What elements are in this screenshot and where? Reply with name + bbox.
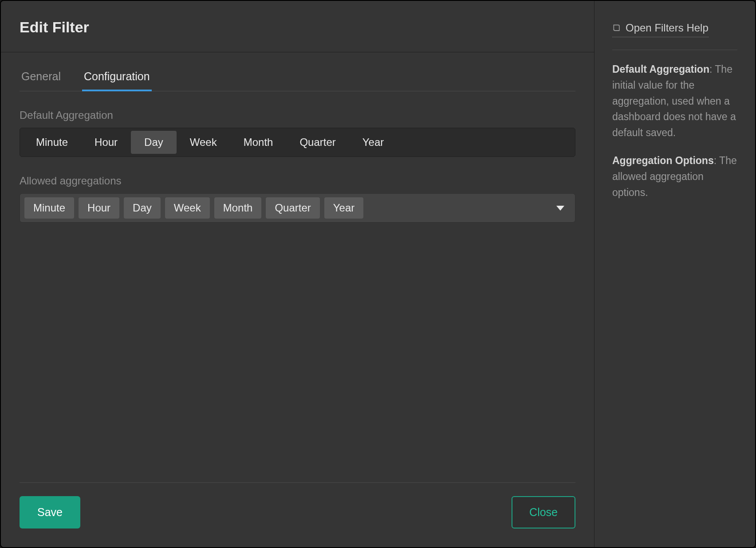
open-filters-help-link[interactable]: Open Filters Help — [612, 20, 709, 37]
dialog-title: Edit Filter — [20, 19, 575, 36]
tab-bar: GeneralConfiguration — [20, 65, 575, 91]
allowed-chip-week[interactable]: Week — [165, 197, 210, 219]
aggregation-option-quarter[interactable]: Quarter — [286, 131, 349, 154]
save-button[interactable]: Save — [20, 496, 80, 528]
allowed-aggregations-chips: MinuteHourDayWeekMonthQuarterYear — [24, 197, 363, 219]
help-item: Aggregation Options: The allowed aggrega… — [612, 153, 737, 200]
help-sidebar: Open Filters Help Default Aggregation: T… — [595, 1, 755, 547]
allowed-aggregations-label: Allowed aggregations — [20, 175, 575, 187]
allowed-chip-day[interactable]: Day — [124, 197, 161, 219]
allowed-chip-minute[interactable]: Minute — [24, 197, 74, 219]
aggregation-option-week[interactable]: Week — [177, 131, 230, 154]
dialog-footer: Save Close — [20, 483, 575, 543]
allowed-aggregations-select[interactable]: MinuteHourDayWeekMonthQuarterYear — [20, 193, 575, 223]
book-icon — [612, 23, 621, 33]
main-panel: Edit Filter GeneralConfiguration Default… — [1, 1, 595, 547]
aggregation-option-year[interactable]: Year — [349, 131, 398, 154]
aggregation-option-minute[interactable]: Minute — [23, 131, 81, 154]
help-link-label: Open Filters Help — [626, 20, 709, 36]
dialog-header: Edit Filter — [1, 1, 594, 52]
close-button[interactable]: Close — [512, 496, 575, 528]
chevron-down-icon[interactable] — [556, 206, 564, 211]
allowed-chip-year[interactable]: Year — [324, 197, 364, 219]
edit-filter-dialog: Edit Filter GeneralConfiguration Default… — [0, 0, 756, 548]
allowed-chip-month[interactable]: Month — [214, 197, 262, 219]
aggregation-option-day[interactable]: Day — [131, 131, 177, 154]
sidebar-divider — [612, 50, 737, 50]
tab-configuration[interactable]: Configuration — [82, 65, 152, 91]
help-item: Default Aggregation: The initial value f… — [612, 62, 737, 141]
default-aggregation-label: Default Aggregation — [20, 109, 575, 121]
help-term: Default Aggregation — [612, 63, 709, 75]
aggregation-option-hour[interactable]: Hour — [81, 131, 131, 154]
allowed-chip-quarter[interactable]: Quarter — [266, 197, 319, 219]
default-aggregation-segmented[interactable]: MinuteHourDayWeekMonthQuarterYear — [20, 128, 575, 157]
allowed-chip-hour[interactable]: Hour — [79, 197, 119, 219]
aggregation-option-month[interactable]: Month — [230, 131, 287, 154]
help-term: Aggregation Options — [612, 155, 714, 166]
tab-general[interactable]: General — [20, 65, 63, 91]
help-items: Default Aggregation: The initial value f… — [612, 62, 737, 200]
dialog-body: GeneralConfiguration Default Aggregation… — [1, 52, 594, 547]
